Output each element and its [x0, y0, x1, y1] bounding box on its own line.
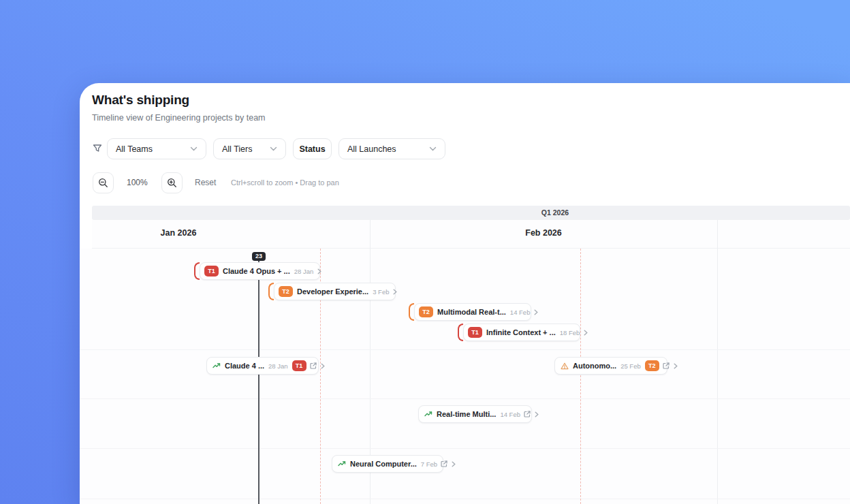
tiers-filter-dropdown[interactable]: All Tiers	[213, 138, 286, 159]
external-link-icon[interactable]	[441, 460, 447, 467]
trending-up-icon	[338, 460, 346, 467]
chevron-right-icon	[674, 363, 678, 369]
project-bar-infinite-context[interactable]: T1 Infinite Context + ... 18 Feb	[463, 324, 580, 341]
zoom-in-button[interactable]	[161, 172, 183, 193]
zoom-level: 100%	[127, 178, 148, 187]
tier-badge: T2	[419, 306, 433, 317]
today-line	[258, 257, 259, 504]
status-filter-label: Status	[299, 144, 325, 154]
tier-badge: T1	[468, 327, 482, 338]
trending-up-icon	[424, 411, 432, 418]
tier-badge: T1	[204, 266, 219, 277]
trending-up-icon	[212, 362, 221, 369]
status-filter-button[interactable]: Status	[293, 138, 332, 159]
project-bar-multimodal-realtime[interactable]: T2 Multimodal Real-t... 14 Feb	[414, 303, 531, 321]
tier-badge: T2	[645, 360, 659, 371]
whats-shipping-panel: What's shipping Timeline view of Enginee…	[80, 83, 850, 504]
filter-row: All Teams All Tiers Status All Launches	[80, 138, 850, 159]
external-link-icon[interactable]	[663, 362, 670, 369]
project-bar-claude-4-opus[interactable]: T1 Claude 4 Opus + ... 28 Jan	[200, 262, 320, 280]
zoom-out-icon	[98, 178, 108, 188]
launches-filter-value: All Launches	[347, 144, 396, 154]
launch-pill-autonomous[interactable]: Autonomo... 25 Feb T2	[554, 357, 667, 375]
teams-filter-dropdown[interactable]: All Teams	[107, 138, 206, 159]
bar-start-arc	[268, 283, 274, 300]
zoom-hint-text: Ctrl+scroll to zoom • Drag to pan	[231, 178, 339, 187]
tier-badge: T2	[279, 286, 293, 297]
launch-pill-realtime-multi[interactable]: Real-time Multi... 14 Feb	[418, 405, 532, 423]
launch-pill-claude-4[interactable]: Claude 4 ... 28 Jan T1	[206, 357, 319, 375]
chevron-right-icon	[317, 268, 321, 274]
lane-divider	[80, 349, 850, 350]
bar-start-arc	[194, 262, 200, 280]
lane-divider	[80, 499, 850, 499]
page-title: What's shipping	[92, 93, 189, 108]
zoom-in-icon	[167, 178, 177, 188]
lane-divider	[80, 448, 850, 449]
chevron-right-icon	[452, 461, 456, 467]
filter-funnel-icon	[93, 144, 102, 153]
external-link-icon[interactable]	[310, 362, 317, 369]
bar-start-arc	[409, 303, 414, 321]
project-bar-developer-experience[interactable]: T2 Developer Experie... 3 Feb	[274, 283, 396, 300]
tier-badge: T1	[292, 360, 306, 371]
month-label-feb: Feb 2026	[525, 228, 562, 238]
chevron-right-icon	[534, 309, 538, 315]
quarter-header-bar: Q1 2026	[92, 206, 850, 220]
zoom-controls: 100% Reset Ctrl+scroll to zoom • Drag to…	[80, 172, 850, 193]
grid-line-mar	[717, 220, 718, 504]
teams-filter-value: All Teams	[116, 144, 153, 154]
today-marker-badge: 23	[252, 252, 266, 261]
warning-icon	[561, 362, 569, 370]
milestone-dashed-line	[580, 249, 581, 504]
external-link-icon[interactable]	[524, 411, 531, 418]
timeline-canvas[interactable]: 23 T1 Claude 4 Opus + ... 28 Jan T2 Deve…	[80, 249, 850, 504]
chevron-down-icon	[190, 146, 198, 151]
launch-pill-neural-computer[interactable]: Neural Computer... 7 Feb	[332, 455, 443, 473]
chevron-right-icon	[584, 330, 588, 336]
reset-zoom-button[interactable]: Reset	[195, 178, 216, 187]
lane-divider	[80, 398, 850, 399]
bar-start-arc	[458, 324, 463, 341]
chevron-right-icon	[393, 289, 397, 295]
chevron-right-icon	[535, 411, 539, 418]
tiers-filter-value: All Tiers	[222, 144, 252, 154]
page-subtitle: Timeline view of Engineering projects by…	[92, 113, 266, 123]
quarter-label: Q1 2026	[541, 208, 569, 217]
month-label-jan: Jan 2026	[161, 228, 197, 238]
chevron-right-icon	[321, 363, 325, 369]
chevron-down-icon	[429, 146, 437, 151]
launches-filter-dropdown[interactable]: All Launches	[339, 138, 445, 159]
zoom-out-button[interactable]	[93, 172, 114, 193]
month-header-row: Jan 2026 Feb 2026	[92, 220, 850, 249]
chevron-down-icon	[270, 146, 277, 151]
